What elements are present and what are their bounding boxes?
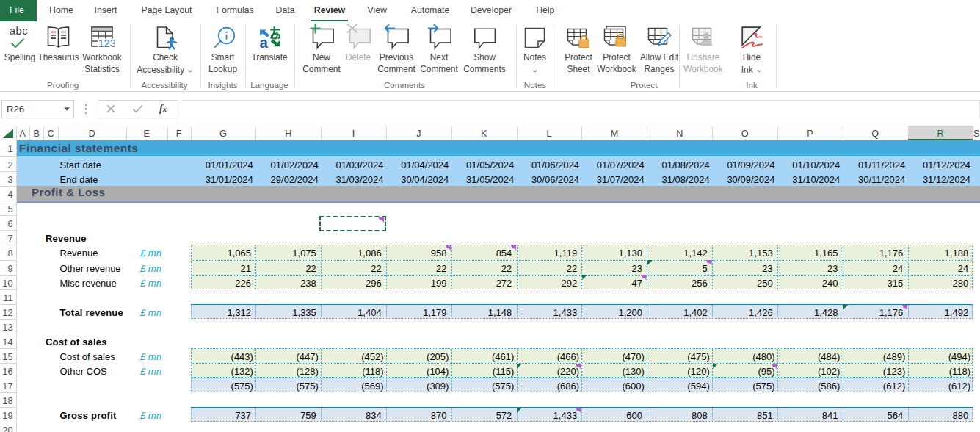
svg-text:123: 123 xyxy=(98,37,115,48)
